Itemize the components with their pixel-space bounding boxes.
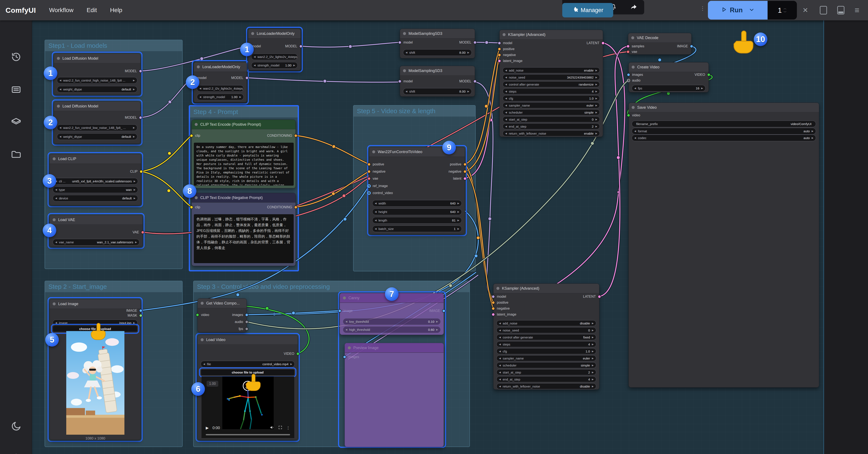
bottom-panel-icon[interactable] [837,6,845,14]
node-header[interactable]: LoraLoaderModelOnly [248,29,301,38]
collapse-dot-icon[interactable] [348,346,351,349]
collapse-dot-icon[interactable] [53,218,56,221]
combo-right-icon[interactable]: ▶ [596,69,597,72]
widget-weight_dtype[interactable]: ◀weight_dtypedefault▶ [57,86,137,93]
widget-scheduler[interactable]: ◀schedulersimple▶ [496,362,596,368]
widget-length[interactable]: ◀length81▶ [372,217,462,223]
output-dot[interactable] [296,352,300,356]
combo-left-icon[interactable]: ◀ [345,328,347,331]
combo-left-icon[interactable]: ◀ [499,357,501,360]
output-dot[interactable] [245,313,248,316]
input-negative[interactable]: negative [498,53,516,58]
widget-sampler_name[interactable]: ◀sampler_nameeuler▶ [496,355,596,361]
combo-left-icon[interactable]: ◀ [499,350,501,353]
input-dot[interactable] [367,177,371,180]
input-image[interactable]: image [338,308,353,313]
widget-fps[interactable]: ◀fps16▶ [632,85,706,92]
combo-right-icon[interactable]: ▶ [596,132,597,135]
node-get-video-components[interactable]: Get Video Compo...videoimagesaudiofps [197,298,247,332]
combo-right-icon[interactable]: ▶ [592,322,594,325]
manager-button[interactable]: Manager [562,3,613,18]
widget-cli ...[interactable]: ◀cli ...umt5_xxl_fp8_e4m3fn_scaled.safet… [53,178,138,184]
combo-right-icon[interactable]: ▶ [458,210,459,213]
widget-shift[interactable]: ◀shift8.00▶ [403,49,472,56]
input-dot[interactable] [190,206,193,209]
output-dot[interactable] [245,320,248,324]
combo-left-icon[interactable]: ◀ [499,329,501,332]
widget-batch_size[interactable]: ◀batch_size1▶ [372,225,462,232]
collapse-dot-icon[interactable] [503,33,505,36]
chevron-down-icon[interactable] [749,6,754,14]
collapse-dot-icon[interactable] [631,36,634,39]
collapse-dot-icon[interactable] [632,66,634,68]
input-clip[interactable]: clip [190,205,200,210]
widget-format[interactable]: ◀formatauto▶ [632,128,816,134]
input-vae[interactable]: vae [626,49,637,54]
combo-left-icon[interactable]: ◀ [406,90,407,93]
input-dot[interactable] [492,307,495,310]
kebab-menu-icon[interactable]: ⋮ [286,426,290,430]
combo-left-icon[interactable]: ◀ [59,88,61,91]
output-fps[interactable]: fps [239,326,248,331]
output-IMAGE[interactable]: IMAGE [126,308,143,313]
node-load-diffusion-low[interactable]: Load Diffusion ModelMODEL◀wan2.2_fun_con… [54,101,141,144]
widget-strength_model[interactable]: ◀strength_model1.00▶ [251,62,298,68]
widget-weight_dtype[interactable]: ◀weight_dtypedefault▶ [57,133,137,140]
prompt-textarea[interactable]: 色调艳丽，过曝，静态，细节模糊不清，字幕，风格，作品，画作，画面，静止，整体发灰… [194,214,293,263]
node-header[interactable]: Load Video [198,335,298,345]
combo-left-icon[interactable]: ◀ [505,83,507,86]
history-icon[interactable] [11,51,22,62]
widget-file[interactable]: ◀filecontrol_video.mp4▶ [200,361,295,367]
input-dot[interactable] [627,114,630,117]
combo-right-icon[interactable]: ▶ [468,51,469,54]
combo-left-icon[interactable]: ◀ [375,202,376,205]
input-dot[interactable] [492,301,495,304]
output-dot[interactable] [707,73,710,77]
input-audio[interactable]: audio [627,78,640,83]
share-icon[interactable] [630,3,638,11]
output-dot[interactable] [442,309,445,312]
combo-right-icon[interactable]: ▶ [596,97,597,100]
widget-wan2.2_i2v_lightx2v_4steps_lor ...[interactable]: ◀wan2.2_i2v_lightx2v_4steps_lor ...▶ [251,54,298,60]
combo-right-icon[interactable]: ▶ [133,322,135,324]
input-dot[interactable] [498,41,501,45]
combo-left-icon[interactable]: ◀ [499,385,501,388]
combo-right-icon[interactable]: ▶ [134,197,135,200]
input-model[interactable]: model [398,79,413,84]
input-dot[interactable] [627,73,630,77]
widget-low_threshold[interactable]: ◀low_threshold0.10▶ [343,318,441,325]
output-CONDITIONING[interactable]: CONDITIONING [267,133,298,138]
output-dot[interactable] [690,44,693,48]
output-dot[interactable] [139,314,143,317]
combo-right-icon[interactable]: ▶ [701,87,703,90]
queue-icon[interactable] [11,84,22,95]
node-header[interactable]: CLIP Text Encode (Positive Prompt) [192,120,296,129]
combo-right-icon[interactable]: ▶ [290,363,292,365]
input-dot[interactable] [492,295,495,298]
theme-moon-icon[interactable] [11,421,22,432]
output-MODEL[interactable]: MODEL [459,79,477,84]
widget-wan2.2_fun_control_high_noise_14B_fp8 ...[interactable]: ◀wan2.2_fun_control_high_noise_14B_fp8 .… [57,77,137,84]
combo-left-icon[interactable]: ◀ [499,322,501,325]
widget-width[interactable]: ◀width640▶ [372,200,462,207]
combo-left-icon[interactable]: ◀ [55,322,57,324]
output-MODEL[interactable]: MODEL [285,44,303,49]
output-dot[interactable] [463,170,467,173]
video-controls[interactable]: ▶0:00⋮ [202,424,294,432]
hamburger-menu-icon[interactable]: ≡ [853,6,861,14]
node-header[interactable]: Preview Image [345,343,443,353]
combo-right-icon[interactable]: ▶ [592,385,594,388]
output-MODEL[interactable]: MODEL [125,68,142,74]
combo-right-icon[interactable]: ▶ [596,83,597,86]
model-library-icon[interactable] [11,117,22,128]
combo-right-icon[interactable]: ▶ [133,135,135,138]
input-video[interactable]: video [196,312,209,317]
combo-left-icon[interactable]: ◀ [59,135,61,138]
combo-left-icon[interactable]: ◀ [499,343,501,346]
widget-control after generate[interactable]: ◀control after generatefixed▶ [496,334,596,340]
combo-right-icon[interactable]: ▶ [596,90,597,93]
collapse-dot-icon[interactable] [195,196,198,199]
collapse-dot-icon[interactable] [197,65,200,68]
node-wan22-fun-control[interactable]: Wan22FunControlToVideopositivenegativeva… [369,147,465,234]
combo-right-icon[interactable]: ▶ [812,137,813,139]
